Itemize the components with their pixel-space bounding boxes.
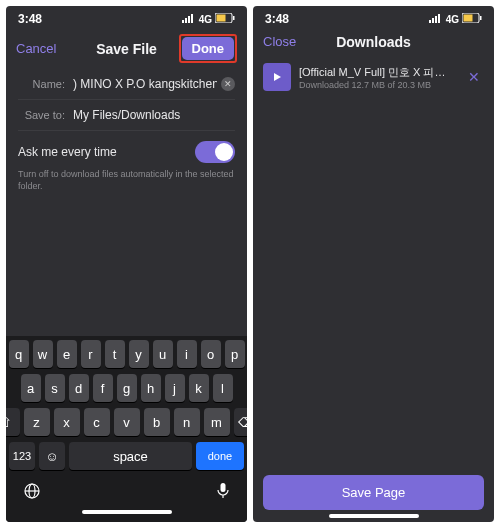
navbar: Close Downloads xyxy=(253,28,494,55)
keyboard-row-3: ⇧ zxcvbnm ⌫ xyxy=(9,408,244,436)
cancel-button[interactable]: Cancel xyxy=(16,41,56,56)
navbar: Cancel Save File Done xyxy=(6,28,247,69)
battery-icon xyxy=(215,12,235,26)
backspace-key[interactable]: ⌫ xyxy=(234,408,248,436)
home-indicator[interactable] xyxy=(329,514,419,518)
svg-rect-15 xyxy=(438,14,440,23)
key-x[interactable]: x xyxy=(54,408,80,436)
status-right: 4G xyxy=(182,12,235,26)
key-s[interactable]: s xyxy=(45,374,65,402)
downloads-screen: 3:48 4G Close Downloads [Official M_V Fu… xyxy=(253,6,494,522)
key-a[interactable]: a xyxy=(21,374,41,402)
download-title: [Official M_V Full] 민호 X 피오 - 쓰담쓰담 (… xyxy=(299,65,456,80)
key-z[interactable]: z xyxy=(24,408,50,436)
keyboard-bottom-row xyxy=(9,476,244,506)
key-o[interactable]: o xyxy=(201,340,221,368)
cancel-download-icon[interactable]: ✕ xyxy=(464,69,484,85)
key-h[interactable]: h xyxy=(141,374,161,402)
keyboard-row-4: 123 ☺ space done xyxy=(9,442,244,470)
status-time: 3:48 xyxy=(265,12,289,26)
network-label: 4G xyxy=(446,14,459,25)
key-d[interactable]: d xyxy=(69,374,89,402)
save-file-screen: 3:48 4G Cancel Save File Done Name: ) MI… xyxy=(6,6,247,522)
key-t[interactable]: t xyxy=(105,340,125,368)
ask-toggle[interactable] xyxy=(195,141,235,163)
key-l[interactable]: l xyxy=(213,374,233,402)
emoji-key[interactable]: ☺ xyxy=(39,442,65,470)
svg-rect-1 xyxy=(185,18,187,23)
key-u[interactable]: u xyxy=(153,340,173,368)
network-label: 4G xyxy=(199,14,212,25)
key-n[interactable]: n xyxy=(174,408,200,436)
svg-rect-10 xyxy=(221,483,226,492)
download-text: [Official M_V Full] 민호 X 피오 - 쓰담쓰담 (… Do… xyxy=(299,65,456,90)
mic-icon[interactable] xyxy=(216,482,230,504)
saveto-label: Save to: xyxy=(18,109,73,121)
file-thumb-icon xyxy=(263,63,291,91)
svg-rect-17 xyxy=(464,15,473,22)
svg-rect-5 xyxy=(217,15,226,22)
key-c[interactable]: c xyxy=(84,408,110,436)
svg-rect-14 xyxy=(435,16,437,23)
key-v[interactable]: v xyxy=(114,408,140,436)
status-time: 3:48 xyxy=(18,12,42,26)
download-progress: Downloaded 12.7 MB of 20.3 MB xyxy=(299,80,456,90)
signal-icon xyxy=(182,12,196,26)
svg-rect-18 xyxy=(480,16,482,20)
keyboard-row-1: qwertyuiop xyxy=(9,340,244,368)
status-right: 4G xyxy=(429,12,482,26)
numbers-key[interactable]: 123 xyxy=(9,442,35,470)
ask-label: Ask me every time xyxy=(18,145,117,159)
key-y[interactable]: y xyxy=(129,340,149,368)
status-bar: 3:48 4G xyxy=(6,6,247,28)
keyboard-done-key[interactable]: done xyxy=(196,442,244,470)
key-r[interactable]: r xyxy=(81,340,101,368)
space-key[interactable]: space xyxy=(69,442,192,470)
svg-rect-2 xyxy=(188,16,190,23)
key-e[interactable]: e xyxy=(57,340,77,368)
keyboard-row-2: asdfghjkl xyxy=(9,374,244,402)
clear-text-icon[interactable]: ✕ xyxy=(221,77,235,91)
status-bar: 3:48 4G xyxy=(253,6,494,28)
key-m[interactable]: m xyxy=(204,408,230,436)
svg-rect-3 xyxy=(191,14,193,23)
shift-key[interactable]: ⇧ xyxy=(6,408,20,436)
svg-rect-6 xyxy=(233,16,235,20)
key-q[interactable]: q xyxy=(9,340,29,368)
saveto-value: My Files/Downloads xyxy=(73,108,235,122)
key-b[interactable]: b xyxy=(144,408,170,436)
home-indicator[interactable] xyxy=(82,510,172,514)
key-k[interactable]: k xyxy=(189,374,209,402)
key-g[interactable]: g xyxy=(117,374,137,402)
done-highlight: Done xyxy=(179,34,238,63)
name-row: Name: ) MINO X P.O kangskitchen2 Main Th… xyxy=(6,69,247,99)
ask-hint: Turn off to download files automatically… xyxy=(6,167,247,202)
name-input[interactable]: ) MINO X P.O kangskitchen2 Main Theme.r xyxy=(73,77,217,91)
key-i[interactable]: i xyxy=(177,340,197,368)
svg-rect-0 xyxy=(182,20,184,23)
done-button[interactable]: Done xyxy=(182,37,235,60)
signal-icon xyxy=(429,12,443,26)
svg-marker-19 xyxy=(274,73,281,81)
save-page-button[interactable]: Save Page xyxy=(263,475,484,510)
key-p[interactable]: p xyxy=(225,340,245,368)
key-j[interactable]: j xyxy=(165,374,185,402)
key-f[interactable]: f xyxy=(93,374,113,402)
close-button[interactable]: Close xyxy=(263,34,296,49)
svg-rect-13 xyxy=(432,18,434,23)
name-label: Name: xyxy=(18,78,73,90)
ask-row: Ask me every time xyxy=(6,131,247,167)
battery-icon xyxy=(462,12,482,26)
keyboard: qwertyuiop asdfghjkl ⇧ zxcvbnm ⌫ 123 ☺ s… xyxy=(6,336,247,522)
svg-rect-12 xyxy=(429,20,431,23)
saveto-row[interactable]: Save to: My Files/Downloads xyxy=(6,100,247,130)
download-item[interactable]: [Official M_V Full] 민호 X 피오 - 쓰담쓰담 (… Do… xyxy=(253,55,494,99)
globe-icon[interactable] xyxy=(23,482,41,504)
key-w[interactable]: w xyxy=(33,340,53,368)
